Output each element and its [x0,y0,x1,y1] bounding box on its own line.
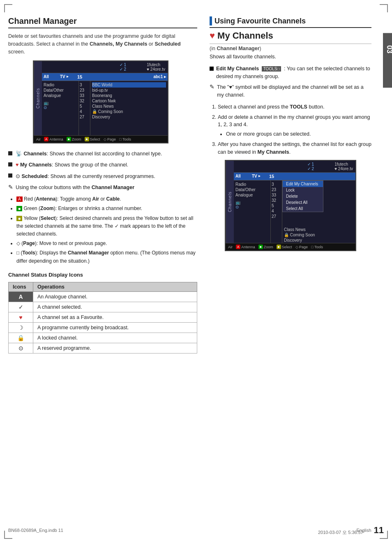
heart-large-icon: ♥ [210,30,215,41]
shows-all-desc: Shows all favourite channels. [210,53,371,61]
desc-check: A channel selected. [33,302,197,312]
icon-check: ✓ [9,302,33,312]
status-table: Icons Operations A An Analogue channel. … [8,282,197,354]
bullet-square-3 [8,173,12,178]
right-column: Using Favourite Channels ♥ My Channels (… [210,16,384,354]
bullet-channels: 📡 Channels: Shows the channel list accor… [8,150,197,158]
tools-badge: TOOLS□ [262,66,281,72]
colour-bullet-tools: □ (Tools): Displays the Channel Manager … [16,249,197,265]
tv-right-with-context: Edit My Channels Lock Delete Deselect Al… [282,180,355,243]
colour-bullet-page: ◇ (Page): Move to next or previous page. [16,240,197,247]
tv-left-list-2: Radio Data/Other Analogue 📺 ⊙ [234,180,271,243]
context-item-selectall: Select All [283,206,323,212]
tv-footer-2: Air A Antenna ■ Zoom ■ Select ◇ Page □ T… [226,243,355,250]
feature-bullets: 📡 Channels: Shows the channel list accor… [8,150,197,180]
tv-screen-2-wrapper: Channels ✓ 1 ✓ 2 1futec [210,160,371,251]
right-section-title: Using Favourite Channels [214,17,306,25]
context-item-delete: Delete [283,193,323,199]
desc-heart: A channel set as a Favourite. [33,312,197,322]
desc-broadcast: A programme currently being broadcast. [33,322,197,333]
icon-reserved: ⊙ [9,343,33,353]
tv-row-header-1: All TV ▸ 15 abc1 ▸ [42,73,168,81]
pencil-icon-right: ✎ [210,83,214,90]
bullet-my-channels: ♥ My Channels: Shows the group of the ch… [8,161,197,169]
pencil-icon: ✎ [8,184,13,190]
context-menu: Edit My Channels Lock Delete Deselect Al… [282,180,323,212]
icon-broadcast: ☽ [9,322,33,333]
colour-bullet-green: ■ Green (Zoom): Enlarges or shrinks a ch… [16,205,197,213]
context-item-edit: Edit My Channels [283,181,323,187]
footer-left-text: BN68-02689A_Eng.indb 11 [8,528,63,533]
footer-timestamp: 2010-03-07 오 5:36:57 [318,529,363,536]
icon-heart: ♥ [9,312,33,322]
tv-left-list-1: Radio Data/Other Analogue 📺 ⊙ [42,81,79,135]
my-channels-title: My Channels [217,30,273,41]
context-item-lock: Lock [283,187,323,193]
footer-page-number: 11 [374,525,384,536]
left-column: Channel Manager Delete or set favourites… [8,16,197,354]
steps-list: Select a channel and press the TOOLS but… [218,103,371,156]
tv-numbers-2: 3 23 33 32 5 4 27 [271,180,282,243]
side-tab: 03 Basic Features [383,33,392,88]
desc-lock: A locked channel. [33,333,197,343]
table-row: A An Analogue channel. [9,291,197,302]
tv-sidebar-2: Channels [226,161,234,243]
right-section-header: Using Favourite Channels [210,16,371,28]
tv-row-header-2: All TV ▸ 15 [234,173,355,180]
tv-screen-1-wrapper: Channels ✓ 1 ✓ 2 1futec [33,60,197,143]
table-title: Channel Status Display Icons [8,272,197,278]
step-2: Add or delete a channel in the my channe… [218,113,371,138]
tv-right-list-1: BBC World bid-up.tv Boonerang Cartoon Nw… [90,81,168,135]
table-row: 🔒 A locked channel. [9,333,197,343]
intro-text: Delete or set favourites channels and us… [8,32,197,55]
table-header-operations: Operations [33,282,197,291]
tv-right-list-2: Class News 🔒 Coming Soon Discovery [282,227,355,243]
desc-reserved: A reserved programme. [33,343,197,353]
tv-body-1: Radio Data/Other Analogue 📺 ⊙ [42,81,168,135]
tv-screen-2: Channels ✓ 1 ✓ 2 1futec [225,160,356,251]
symbol-note: ✎ The "♥" symbol will be displayed and t… [210,83,371,99]
icon-analogue: A [9,291,33,302]
edit-bullet: Edit My Channels TOOLS□ : You can set th… [210,65,371,81]
desc-analogue: An Analogue channel. [33,291,197,302]
bullet-square-2 [8,162,12,166]
step-2-subbullet: One or more groups can be selected. [226,130,371,138]
tv-sidebar-1: Channels [34,61,42,135]
table-row: ✓ A channel selected. [9,302,197,312]
table-row: ☽ A programme currently being broadcast. [9,322,197,333]
tv-body-2: Radio Data/Other Analogue 📺 ⊙ [234,180,355,243]
blue-bar-icon [210,16,212,25]
my-channels-header: ♥ My Channels [210,30,371,44]
context-item-deselect: Deselect All [283,199,323,206]
tv-content-2: ✓ 1 ✓ 2 1futech ♥ 24ore.tv [234,161,355,243]
step-3: After you have changed the settings, the… [218,141,371,156]
tv-numbers-1: 3 23 33 32 5 4 27 [79,81,90,135]
tv-header-1: ✓ 1 ✓ 2 1futech ♥ 24ore.tv [42,61,168,73]
tv-screen-1: Channels ✓ 1 ✓ 2 1futec [33,60,168,143]
table-header-icons: Icons [9,282,33,291]
table-row: ⊙ A reserved programme. [9,343,197,353]
colour-bullet-red: A Red (Antenna): Toggle among Air or Cab… [16,195,197,203]
colour-bullet-yellow: ■ Yellow (Select): Select desired channe… [16,215,197,238]
colour-note: ✎ Using the colour buttons with the Chan… [8,184,197,192]
one-or-more: One or more groups can be selected. [226,130,371,138]
icon-lock: 🔒 [9,333,33,343]
bullet-square-1 [8,151,12,155]
step-1: Select a channel and press the TOOLS but… [218,103,371,111]
in-channel-manager: (in Channel Manager) [210,46,371,51]
table-row: ♥ A channel set as a Favourite. [9,312,197,322]
edit-bullet-square [210,67,214,71]
tv-footer-1: Air A Antenna ■ Zoom ■ Select ◇ Page □ T… [34,135,168,143]
section-title-channel-manager: Channel Manager [8,16,197,28]
tv-content-1: ✓ 1 ✓ 2 1futech ♥ 24ore.tv [42,61,168,135]
tv-header-2: ✓ 1 ✓ 2 1futech ♥ 24ore.tv [234,161,355,173]
colour-bullets: A Red (Antenna): Toggle among Air or Cab… [16,195,197,265]
bullet-scheduled: ⊙ Scheduled: Shows all the currently res… [8,172,197,180]
side-tab-number: 03 [385,45,392,75]
